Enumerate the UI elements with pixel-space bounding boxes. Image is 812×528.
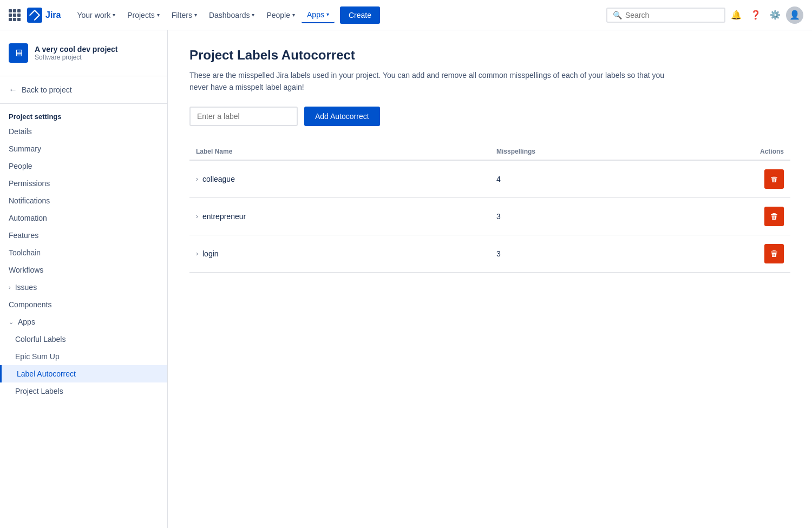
topnav-right: 🔍 🔔 ❓ ⚙️ 👤 <box>606 6 803 24</box>
table-header: Label Name Misspellings Actions <box>189 143 790 160</box>
sidebar: 🖥 A very cool dev project Software proje… <box>0 30 168 528</box>
svg-rect-1 <box>771 177 777 178</box>
svg-rect-3 <box>771 252 777 253</box>
sidebar-item-issues[interactable]: › Issues <box>0 279 167 296</box>
project-icon: 🖥 <box>9 43 28 63</box>
table-body: › colleague 4 › entrepreneur 3 <box>189 160 790 273</box>
logo-text: Jira <box>45 10 61 20</box>
sidebar-item-details[interactable]: Details <box>0 123 167 140</box>
chevron-down-icon: ▾ <box>252 12 254 18</box>
row-expand-chevron[interactable]: › <box>196 175 198 183</box>
sidebar-item-label-autocorrect[interactable]: Label Autocorrect <box>0 365 167 382</box>
page-title: Project Labels Autocorrect <box>189 48 790 63</box>
sidebar-item-apps[interactable]: ⌄ Apps <box>0 313 167 331</box>
label-cell: › entrepreneur <box>189 197 490 235</box>
table-row: › colleague 4 <box>189 160 790 198</box>
nav-projects[interactable]: Projects ▾ <box>122 8 165 23</box>
sidebar-item-workflows[interactable]: Workflows <box>0 261 167 279</box>
topnav: Jira Your work ▾ Projects ▾ Filters ▾ Da… <box>0 0 812 30</box>
chevron-down-icon: ▾ <box>113 12 115 18</box>
search-icon: 🔍 <box>613 11 622 19</box>
delete-button[interactable] <box>764 169 784 189</box>
project-settings-title: Project settings <box>0 108 167 123</box>
misspellings-count: 3 <box>490 235 670 272</box>
chevron-down-icon: ▾ <box>194 12 197 18</box>
chevron-right-icon: › <box>9 284 11 291</box>
svg-rect-2 <box>771 214 777 215</box>
add-label-row: Add Autocorrect <box>189 107 790 126</box>
jira-logo[interactable]: Jira <box>27 8 61 23</box>
sidebar-item-summary[interactable]: Summary <box>0 140 167 157</box>
nav-apps[interactable]: Apps ▾ <box>302 7 335 23</box>
main-nav: Your work ▾ Projects ▾ Filters ▾ Dashboa… <box>71 6 604 24</box>
sidebar-item-notifications[interactable]: Notifications <box>0 192 167 209</box>
table-row: › entrepreneur 3 <box>189 197 790 235</box>
main-content: Project Labels Autocorrect These are the… <box>168 30 812 528</box>
chevron-down-icon: ⌄ <box>9 319 14 326</box>
page-description: These are the misspelled Jira labels use… <box>189 69 677 94</box>
col-actions: Actions <box>670 143 790 160</box>
sidebar-item-project-labels[interactable]: Project Labels <box>0 382 167 400</box>
actions-cell <box>670 235 790 272</box>
sidebar-item-components[interactable]: Components <box>0 296 167 313</box>
project-type: Software project <box>35 54 118 61</box>
sidebar-item-epic-sum-up[interactable]: Epic Sum Up <box>0 348 167 365</box>
label-cell: › colleague <box>189 160 490 198</box>
actions-cell <box>670 197 790 235</box>
main-layout: 🖥 A very cool dev project Software proje… <box>0 30 812 528</box>
row-expand-chevron[interactable]: › <box>196 250 198 258</box>
col-misspellings: Misspellings <box>490 143 670 160</box>
nav-people[interactable]: People ▾ <box>261 8 300 23</box>
avatar-button[interactable]: 👤 <box>786 6 803 24</box>
sidebar-item-colorful-labels[interactable]: Colorful Labels <box>0 331 167 348</box>
search-box[interactable]: 🔍 <box>606 8 725 23</box>
sidebar-divider-2 <box>0 103 167 104</box>
misspellings-count: 3 <box>490 197 670 235</box>
chevron-down-icon: ▾ <box>292 12 295 18</box>
back-to-project[interactable]: ← Back to project <box>0 81 167 99</box>
sidebar-item-permissions[interactable]: Permissions <box>0 175 167 192</box>
settings-button[interactable]: ⚙️ <box>767 6 784 24</box>
notifications-button[interactable]: 🔔 <box>728 6 745 24</box>
back-label: Back to project <box>22 85 72 94</box>
sidebar-divider-1 <box>0 76 167 76</box>
label-name: entrepreneur <box>202 212 246 221</box>
sidebar-item-features[interactable]: Features <box>0 227 167 244</box>
misspellings-count: 4 <box>490 160 670 198</box>
nav-your-work[interactable]: Your work ▾ <box>71 8 121 23</box>
actions-cell <box>670 160 790 198</box>
label-name: colleague <box>202 175 235 183</box>
sidebar-item-automation[interactable]: Automation <box>0 209 167 227</box>
sidebar-item-toolchain[interactable]: Toolchain <box>0 244 167 261</box>
nav-dashboards[interactable]: Dashboards ▾ <box>204 8 260 23</box>
col-label-name: Label Name <box>189 143 490 160</box>
add-autocorrect-button[interactable]: Add Autocorrect <box>304 107 380 126</box>
table-row: › login 3 <box>189 235 790 272</box>
project-name: A very cool dev project <box>35 45 118 54</box>
create-button[interactable]: Create <box>340 6 380 24</box>
label-name: login <box>202 249 219 258</box>
project-header: 🖥 A very cool dev project Software proje… <box>0 39 167 71</box>
sidebar-item-people[interactable]: People <box>0 157 167 175</box>
chevron-down-icon: ▾ <box>157 12 160 18</box>
labels-table: Label Name Misspellings Actions › collea… <box>189 143 790 273</box>
nav-filters[interactable]: Filters ▾ <box>166 8 202 23</box>
label-cell: › login <box>189 235 490 272</box>
back-arrow-icon: ← <box>9 85 17 95</box>
grid-menu-icon[interactable] <box>9 9 21 21</box>
help-button[interactable]: ❓ <box>747 6 764 24</box>
delete-button[interactable] <box>764 244 784 263</box>
delete-button[interactable] <box>764 207 784 226</box>
search-input[interactable] <box>625 11 719 19</box>
label-input[interactable] <box>189 107 298 126</box>
row-expand-chevron[interactable]: › <box>196 213 198 220</box>
chevron-down-icon: ▾ <box>326 11 329 17</box>
